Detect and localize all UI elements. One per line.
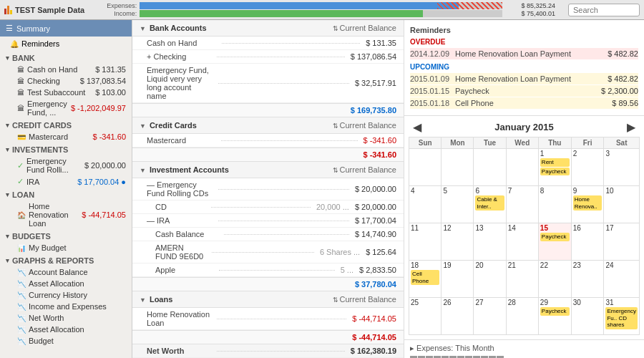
cal-cell[interactable] bbox=[409, 149, 441, 186]
sidebar-section-credit-cards[interactable]: CREDIT CARDS bbox=[0, 118, 132, 131]
sidebar-item-checking[interactable]: Checking $ 137,083.54 bbox=[0, 75, 132, 87]
sidebar-item-asset-allocation-2[interactable]: Asset Allocation bbox=[0, 324, 132, 335]
cal-cell[interactable] bbox=[506, 149, 538, 186]
cal-cell[interactable]: 9 Home Renova.. bbox=[571, 186, 604, 223]
cal-cell[interactable]: 20 bbox=[474, 261, 506, 298]
mastercard-acc-name: Mastercard bbox=[147, 136, 215, 145]
cal-cell[interactable]: 14 bbox=[506, 223, 538, 261]
cal-prev-btn[interactable]: ◀ bbox=[409, 120, 426, 134]
reminder-date-3: 2015.01.15 bbox=[410, 87, 449, 95]
reminder-amount-4: $ 89.56 bbox=[612, 99, 638, 107]
inv-row-apple[interactable]: Apple 5 ... $ 2,833.50 bbox=[132, 263, 404, 277]
cal-cell[interactable] bbox=[474, 149, 506, 186]
bank-row-emergency[interactable]: Emergency Fund, Liquid very very long ac… bbox=[132, 64, 404, 103]
sidebar-item-income-expenses[interactable]: Income and Expenses bbox=[0, 301, 132, 312]
cal-cell[interactable]: 30 bbox=[571, 298, 604, 335]
checking-label: Checking bbox=[27, 77, 77, 85]
reminder-date-1: 2014.12.09 bbox=[410, 49, 449, 58]
sidebar-item-test-subaccount[interactable]: Test Subaccount $ 103.00 bbox=[0, 87, 132, 98]
cal-cell[interactable]: 31 Emergency Fu.. CD shares bbox=[604, 298, 640, 335]
cal-cell[interactable]: 19 bbox=[441, 261, 474, 298]
cal-cell[interactable]: 22 bbox=[538, 261, 571, 298]
bank-row-checking[interactable]: + Checking $ 137,086.54 bbox=[132, 50, 404, 64]
sidebar-item-asset-allocation[interactable]: Asset Allocation bbox=[0, 278, 132, 289]
cal-cell[interactable]: 11 bbox=[409, 223, 441, 261]
cal-cell[interactable]: 5 bbox=[441, 186, 474, 223]
cal-cell[interactable]: 2 bbox=[571, 149, 604, 186]
cal-cell[interactable]: 16 bbox=[571, 223, 604, 261]
cal-cell[interactable]: 24 bbox=[604, 261, 640, 298]
sidebar-item-ira[interactable]: IRA $ 17,700.04 ● bbox=[0, 175, 132, 188]
cal-cell[interactable]: 29 Paycheck bbox=[538, 298, 571, 335]
calendar-header-row: Sun Mon Tue Wed Thu Fri Sat bbox=[409, 137, 640, 149]
bank-row-cash[interactable]: Cash on Hand $ 131.35 bbox=[132, 37, 404, 50]
sidebar-section-investments[interactable]: INVESTMENTS bbox=[0, 142, 132, 155]
cal-cell[interactable]: 17 bbox=[604, 223, 640, 261]
cal-cell[interactable]: 12 bbox=[441, 223, 474, 261]
inv-row-cd[interactable]: CD 20,000 ... $ 20,000.00 bbox=[132, 200, 404, 214]
cal-cell[interactable]: 27 bbox=[474, 298, 506, 335]
cal-cell-today[interactable]: 15 Paycheck bbox=[538, 223, 571, 261]
reminder-upcoming-2[interactable]: 2015.01.15 Paycheck $ 2,300.00 bbox=[410, 85, 638, 97]
sidebar-section-loan[interactable]: LOAN bbox=[0, 188, 132, 200]
sidebar-item-emergency-fund[interactable]: Emergency Fund, ... $ -1,202,049.97 bbox=[0, 98, 132, 118]
cal-cell[interactable]: 13 bbox=[474, 223, 506, 261]
sidebar-section-budgets[interactable]: BUDGETS bbox=[0, 229, 132, 242]
calendar-title: January 2015 bbox=[494, 122, 553, 132]
reminder-overdue-1[interactable]: 2014.12.09 Home Renovation Loan Payment … bbox=[410, 48, 638, 59]
cal-day-num: 23 bbox=[573, 261, 602, 269]
sidebar-section-bank[interactable]: BANK bbox=[0, 51, 132, 64]
expenses-label: Expenses: bbox=[97, 2, 137, 9]
cal-cell[interactable]: 28 bbox=[506, 298, 538, 335]
net-worth-row: Net Worth $ 162,380.19 bbox=[132, 344, 404, 358]
inv-row-amern[interactable]: AMERN FUND 9E6D0 6 Shares ... $ 125.64 bbox=[132, 241, 404, 263]
sidebar-item-emergency-rolling[interactable]: Emergency Fund Rolli... $ 20,000.00 bbox=[0, 155, 132, 175]
cal-week-5: 25 26 27 28 29 Paycheck 30 31 Emergency … bbox=[409, 298, 640, 335]
cal-header-tue: Tue bbox=[474, 137, 506, 149]
search-input[interactable] bbox=[568, 4, 640, 16]
sidebar-item-cash-on-hand[interactable]: Cash on Hand $ 131.35 bbox=[0, 64, 132, 75]
sidebar-reminders[interactable]: Reminders bbox=[0, 37, 132, 51]
sidebar-item-account-balance[interactable]: Account Balance bbox=[0, 266, 132, 278]
cc-row-mastercard[interactable]: Mastercard $ -341.60 bbox=[132, 134, 404, 147]
inv-row-ef-rolling[interactable]: — Emergency Fund Rolling CDs $ 20,000.00 bbox=[132, 178, 404, 200]
cal-cell[interactable]: 26 bbox=[441, 298, 474, 335]
cd-acc-amount-2: $ 20,000.00 bbox=[355, 203, 396, 211]
loan-row-home-renovation[interactable]: Home Renovation Loan $ -44,714.05 bbox=[132, 308, 404, 330]
reminder-upcoming-1[interactable]: 2015.01.09 Home Renovation Loan Payment … bbox=[410, 73, 638, 84]
sidebar-item-mastercard[interactable]: Mastercard $ -341.60 bbox=[0, 131, 132, 142]
cal-day-num: 16 bbox=[573, 224, 602, 232]
cal-next-btn[interactable]: ▶ bbox=[623, 120, 640, 134]
cal-cell[interactable]: 21 bbox=[506, 261, 538, 298]
check-icon bbox=[17, 161, 24, 170]
sidebar-summary[interactable]: ☰ Summary bbox=[0, 20, 132, 37]
sidebar-item-budget[interactable]: Budget bbox=[0, 335, 132, 347]
cal-cell[interactable]: 18 Cell Phone bbox=[409, 261, 441, 298]
cal-cell[interactable]: 7 bbox=[506, 186, 538, 223]
cal-day-num: 20 bbox=[475, 261, 504, 269]
cal-cell[interactable]: 10 bbox=[604, 186, 640, 223]
calendar-grid: Sun Mon Tue Wed Thu Fri Sat bbox=[409, 137, 640, 335]
dots-3 bbox=[218, 83, 349, 84]
amern-shares: 6 Shares ... bbox=[320, 248, 360, 256]
loans-total: $ -44,714.05 bbox=[132, 330, 404, 344]
inv-row-cash-balance[interactable]: Cash Balance $ 14,740.90 bbox=[132, 228, 404, 241]
cal-cell[interactable]: 3 bbox=[604, 149, 640, 186]
sidebar-item-net-worth[interactable]: Net Worth bbox=[0, 312, 132, 324]
sidebar-item-currency-history[interactable]: Currency History bbox=[0, 289, 132, 301]
cal-cell[interactable]: 6 Cable & Inter.. bbox=[474, 186, 506, 223]
sidebar-item-home-renovation-loan[interactable]: Home Renovation Loan $ -44,714.05 bbox=[0, 200, 132, 229]
cal-day-num: 27 bbox=[475, 299, 504, 306]
cal-cell[interactable]: 8 bbox=[538, 186, 571, 223]
inv-row-ira[interactable]: — IRA $ 17,700.04 bbox=[132, 214, 404, 228]
cal-cell[interactable]: 1 Rent Paycheck bbox=[538, 149, 571, 186]
cal-day-num: 4 bbox=[411, 187, 439, 195]
reminder-upcoming-3[interactable]: 2015.01.18 Cell Phone $ 89.56 bbox=[410, 97, 638, 109]
sidebar-item-my-budget[interactable]: My Budget bbox=[0, 242, 132, 253]
cal-cell[interactable] bbox=[441, 149, 474, 186]
cal-day-num: 29 bbox=[540, 299, 570, 306]
cal-cell[interactable]: 23 bbox=[571, 261, 604, 298]
cal-cell[interactable]: 25 bbox=[409, 298, 441, 335]
cal-cell[interactable]: 4 bbox=[409, 186, 441, 223]
sidebar-section-graphs[interactable]: GRAPHS & REPORTS bbox=[0, 253, 132, 266]
